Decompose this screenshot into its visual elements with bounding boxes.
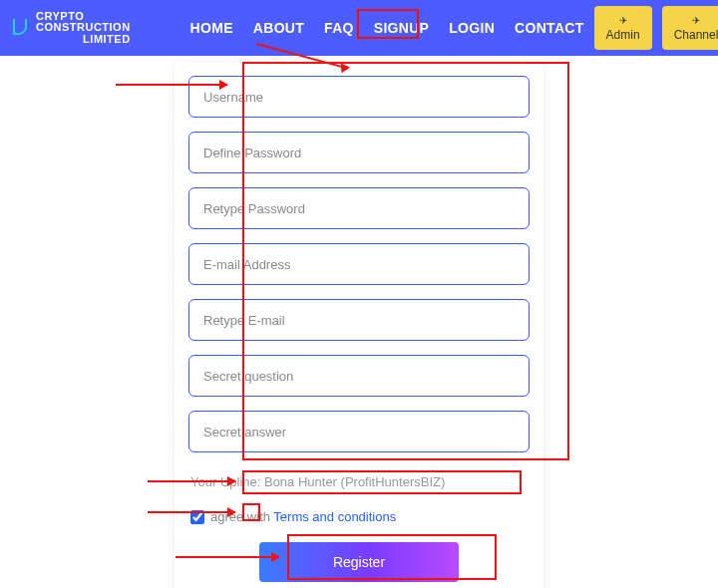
nav-about[interactable]: ABOUT <box>243 14 314 42</box>
nav-login[interactable]: LOGIN <box>439 14 505 42</box>
answer-field-wrap <box>188 411 530 452</box>
password2-field-wrap <box>188 187 530 229</box>
username-input[interactable] <box>203 90 515 105</box>
brand-logo: CRYPTO CONSTRUCTION LIMITED <box>8 11 131 46</box>
channel-button[interactable]: ✈ Channel <box>662 6 718 50</box>
nav-home[interactable]: HOME <box>180 14 243 42</box>
terms-link[interactable]: Terms and conditions <box>273 509 396 524</box>
top-header: CRYPTO CONSTRUCTION LIMITED HOME ABOUT F… <box>0 0 718 56</box>
register-button[interactable]: Register <box>259 542 459 582</box>
agree-row: agree with Terms and conditions <box>188 509 530 524</box>
upline-text: Your Upline: Bona Hunter (ProfitHuntersB… <box>188 470 530 493</box>
retype-password-input[interactable] <box>203 201 515 216</box>
secret-answer-input[interactable] <box>203 425 515 440</box>
password-input[interactable] <box>203 146 515 160</box>
channel-button-label: Channel <box>674 28 718 42</box>
admin-button-label: Admin <box>606 28 640 42</box>
username-field-wrap <box>188 76 530 118</box>
paper-plane-icon: ✈ <box>674 16 718 26</box>
page-body: Your Upline: Bona Hunter (ProfitHuntersB… <box>0 56 718 588</box>
main-nav: HOME ABOUT FAQ SIGNUP LOGIN CONTACT <box>180 14 594 42</box>
email2-field-wrap <box>188 299 530 341</box>
header-buttons: ✈ Admin ✈ Channel <box>594 6 718 50</box>
signup-card: Your Upline: Bona Hunter (ProfitHuntersB… <box>175 62 543 588</box>
agree-prefix: agree with <box>210 509 273 524</box>
nav-signup[interactable]: SIGNUP <box>364 14 439 42</box>
nav-contact[interactable]: CONTACT <box>505 14 594 42</box>
admin-button[interactable]: ✈ Admin <box>594 6 652 50</box>
email-input[interactable] <box>203 257 515 272</box>
agree-checkbox[interactable] <box>190 510 204 524</box>
password-field-wrap <box>188 132 530 173</box>
logo-icon <box>8 15 32 41</box>
brand-line2: LIMITED <box>36 34 131 46</box>
brand-line1: CRYPTO CONSTRUCTION <box>36 10 131 34</box>
secret-question-input[interactable] <box>203 369 515 384</box>
question-field-wrap <box>188 355 530 397</box>
nav-faq[interactable]: FAQ <box>314 14 364 42</box>
retype-email-input[interactable] <box>203 313 515 328</box>
email-field-wrap <box>188 243 530 285</box>
paper-plane-icon: ✈ <box>606 16 640 26</box>
